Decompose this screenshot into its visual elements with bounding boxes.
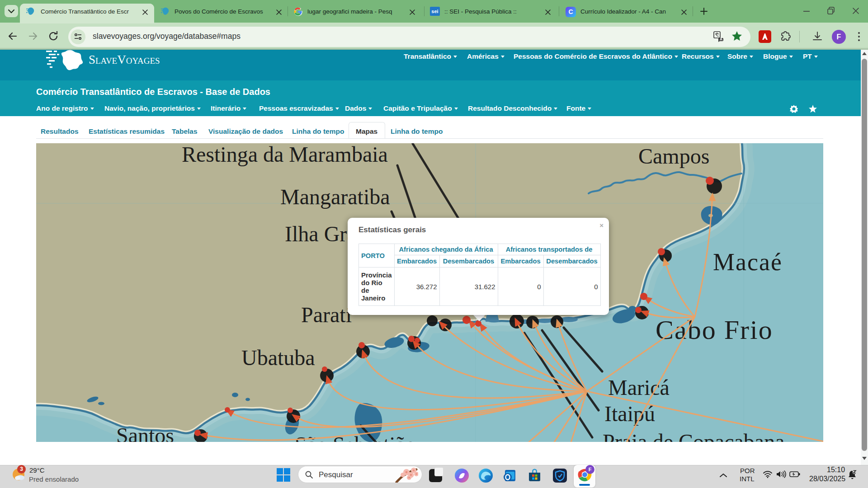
- svg-text:Itaipú: Itaipú: [604, 402, 655, 426]
- svg-text:Parati: Parati: [301, 303, 352, 327]
- svg-text:São Sebastião: São Sebastião: [295, 432, 416, 442]
- svg-text:Campos: Campos: [638, 144, 709, 168]
- svg-text:Cabo Frio: Cabo Frio: [656, 315, 773, 345]
- svg-text:Mangaratiba: Mangaratiba: [280, 185, 390, 209]
- svg-text:Ubatuba: Ubatuba: [241, 346, 315, 370]
- svg-text:Macaé: Macaé: [713, 249, 783, 276]
- svg-text:Restinga da Marambaia: Restinga da Marambaia: [182, 143, 388, 166]
- svg-text:Santos: Santos: [116, 423, 174, 442]
